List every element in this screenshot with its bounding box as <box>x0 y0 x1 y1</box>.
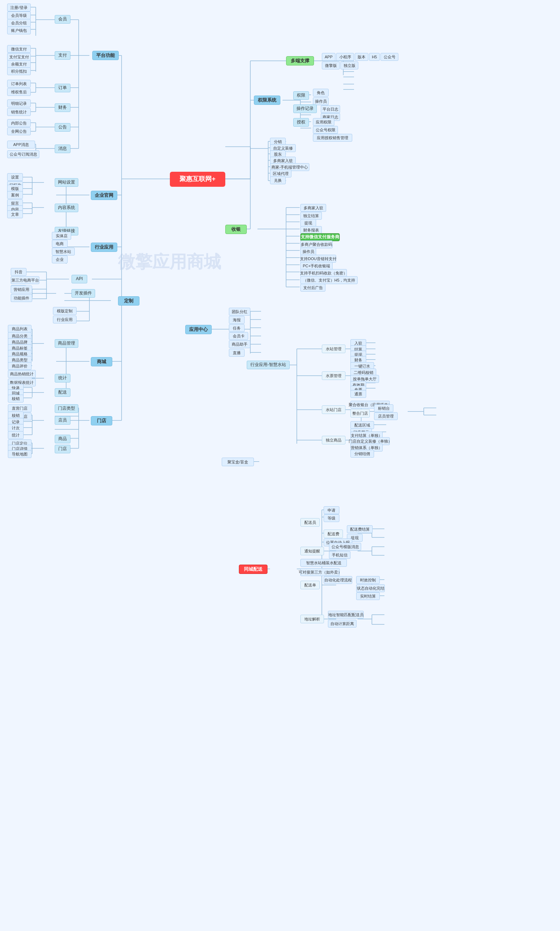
node-enterprise: 企业 <box>52 256 68 264</box>
node-appcenter: 应用中心 <box>185 325 212 334</box>
node-withdraw: 提现 <box>300 219 316 227</box>
node-direct-store: 直营门店 <box>8 404 31 412</box>
node-scan-pay: 支持手机扫码收款（免密） <box>300 269 347 277</box>
node-member-card: 会员卡 <box>229 332 248 340</box>
node-balance-pay: 余额支付 <box>7 60 31 68</box>
node-statistics: 统计 <box>8 431 24 439</box>
center-node: 聚惠互联网+ <box>170 172 225 187</box>
node-platform: 平台功能 <box>92 51 119 60</box>
node-delivery: 配送 <box>55 388 71 397</box>
node-industry-app: 行业应用 <box>53 316 77 324</box>
node-smartwater-industry: 行业应用-智慧水站 <box>247 361 290 369</box>
node-app-auth-sales: 应用授权销售管理 <box>313 134 352 142</box>
node-dou-pay: 支持DOU音链转支付 <box>300 255 336 263</box>
node-live: 直播 <box>229 349 245 357</box>
node-smart-water-deliver: 智慧水站桶装水配送 <box>300 559 347 567</box>
node-notice: 公告 <box>55 123 71 132</box>
node-mall: 商城 <box>91 357 112 366</box>
node-finance: 财务 <box>55 103 71 112</box>
node-h5: H5 <box>369 53 380 61</box>
node-third-party: 可对接第三方（如外卖） <box>300 568 340 576</box>
node-sales-stat: 销售统计 <box>7 108 31 116</box>
node-staff-mgr: 店员管理 <box>374 412 398 420</box>
node-pc-phone: PC+手机收银端 <box>300 262 332 270</box>
node-physical-store: 实体店 <box>52 232 71 240</box>
mindmap-container: 微擎应用商城 聚惠互联网+ 平台功能 会员 注册/登录 会员等级 会员分组 账户… <box>0 0 560 931</box>
node-jiubao: 聚宝盒/盲盒 <box>222 458 254 466</box>
watermark: 微擎应用商城 <box>118 250 221 273</box>
node-member-level: 会员等级 <box>7 11 31 19</box>
node-task: 任务 <box>229 324 245 332</box>
node-count: 计次 <box>8 424 24 432</box>
node-order: 订单 <box>55 84 71 92</box>
node-points-deduct: 积分抵扣 <box>7 67 31 75</box>
node-fee-settle: 配送费结算 <box>347 525 372 533</box>
node-func-plugin: 功能插件 <box>11 294 32 302</box>
node-official-account: 公众号 <box>380 53 398 61</box>
node-nav-map: 导航地图 <box>8 450 31 458</box>
node-sms: 手机短信 <box>329 551 351 559</box>
node-station-store: 水站门店 <box>322 405 345 414</box>
node-webset: 网站设置 <box>55 178 78 187</box>
node-app: APP <box>322 53 335 61</box>
node-finance-report: 财务报表 <box>300 226 322 234</box>
node-multi-collect: 多商户聚合收款码 <box>300 240 332 248</box>
node-account-wallet: 账户钱包 <box>7 26 31 34</box>
node-group-dividend: 团队分红 <box>229 308 250 316</box>
node-goods-store: 商品 <box>55 435 71 443</box>
node-app-rights: 应用权限 <box>313 118 334 126</box>
node-exchange: 兑换 <box>270 176 286 184</box>
node-auto-process: 自动化处理流程 <box>324 576 352 584</box>
node-multi-join: 多商家入驻 <box>300 204 326 212</box>
node-auto-distance: 自动计算距离 <box>328 620 357 627</box>
node-level: 等级 <box>324 514 339 522</box>
node-alipay: 支付宝支付 <box>7 53 31 61</box>
node-dist-commission: 分销结佣 <box>351 450 374 458</box>
node-api: API <box>72 275 87 284</box>
node-cashier: 收银 <box>225 225 247 234</box>
node-pay: 支付 <box>55 51 71 60</box>
node-realtime-settle: 实时结算 <box>356 592 380 600</box>
node-internal-notice: 内部公告 <box>7 119 31 127</box>
node-label-desk: 标销台 <box>374 404 393 412</box>
node-weiqing: 微擎版 <box>322 62 340 69</box>
node-account-rights: 公众号权限 <box>313 126 338 134</box>
node-rights: 权限 <box>293 91 309 100</box>
node-content-sys: 内容系统 <box>55 203 78 212</box>
node-address: 地址解析 <box>300 615 324 623</box>
node-custom: 定制 <box>118 296 140 305</box>
node-msg: 消息 <box>55 145 71 153</box>
node-independent: 独立版 <box>340 62 358 69</box>
node-goods-list: 商品列表 <box>8 325 31 333</box>
node-goods-assistant: 商品助手 <box>229 340 250 348</box>
node-douyin: 抖音 <box>11 268 26 276</box>
node-smartwater: 智慧水站 <box>52 248 75 256</box>
node-integrated-store: 整合门店 <box>351 409 370 418</box>
node-refund: 维权售后 <box>7 88 31 96</box>
node-hot-goods: 商品热销统计 <box>8 370 36 378</box>
node-article: 文章 <box>7 210 23 218</box>
node-after-pay-ad: 支付后广告 <box>300 284 325 291</box>
node-role: 角色 <box>313 89 329 97</box>
node-goods-review: 商品评价 <box>8 362 31 370</box>
node-member-group: 会员分组 <box>7 19 31 27</box>
node-poster: 海报 <box>229 316 245 324</box>
node-delivery-order: 配送单 <box>300 581 320 589</box>
node-detail-record: 明细记录 <box>7 99 31 107</box>
node-store: 门店 <box>91 416 112 425</box>
node-account-tmpl: 公众号模版消息 <box>329 543 361 551</box>
node-pass-ticket: 通票 <box>351 390 366 398</box>
node-wechat-pay: 微信支付 <box>7 45 31 53</box>
node-dev-plugin: 开发插件 <box>72 289 95 298</box>
node-staff: 店员 <box>55 416 71 425</box>
node-wechat-pay-service: 支持微信支付服务商 <box>300 233 340 241</box>
node-version: 版本 <box>355 53 368 61</box>
node-template-custom: 模版定制 <box>53 307 77 315</box>
node-apply: 申请 <box>324 506 339 514</box>
node-smart-match: 地址智能匹配配送员 <box>328 611 364 619</box>
node-member: 会员 <box>55 15 71 24</box>
node-time-control: 时效控制 <box>356 576 380 584</box>
node-third-ecom: 第三方电商平台 <box>11 276 39 284</box>
node-notify: 通知提醒 <box>300 547 324 555</box>
node-platform-log: 平台日志 <box>321 105 340 113</box>
